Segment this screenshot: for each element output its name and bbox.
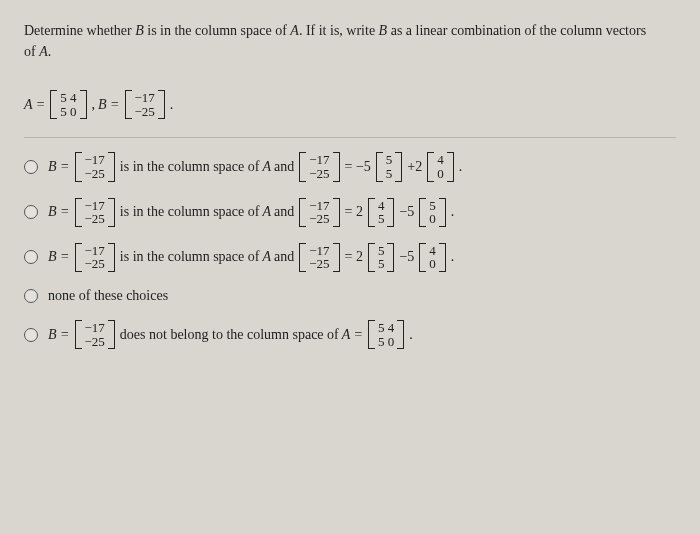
label-A: A = — [24, 97, 45, 113]
period: . — [170, 97, 174, 113]
matrix: −17−25 — [299, 243, 339, 272]
radio-icon — [24, 250, 38, 264]
prompt-text: Determine whether — [24, 23, 135, 38]
var-B: B — [379, 23, 388, 38]
matrix-B: −17 −25 — [125, 90, 165, 119]
radio-icon — [24, 160, 38, 174]
choice-3[interactable]: B = −17−25 is in the column space of A a… — [24, 235, 676, 280]
matrix: 45 — [368, 198, 395, 227]
choice-body: none of these choices — [48, 288, 168, 304]
choice-body: B = −17−25 is in the column space of A a… — [48, 198, 454, 227]
matrix: −17−25 — [299, 198, 339, 227]
var-B: B — [135, 23, 144, 38]
matrix: −17−25 — [75, 152, 115, 181]
matrix: 55 — [368, 243, 395, 272]
label-B: B = — [98, 97, 120, 113]
matrix: 40 — [419, 243, 446, 272]
matrix: 55 — [376, 152, 403, 181]
prompt-text: as a linear combination of the column ve… — [387, 23, 646, 38]
choice-1[interactable]: B = −17−25 is in the column space of A a… — [24, 144, 676, 189]
matrix-A: 5 4 5 0 — [50, 90, 86, 119]
choice-5[interactable]: B = −17−25 does not belong to the column… — [24, 312, 676, 357]
matrix: 50 — [419, 198, 446, 227]
choice-body: B = −17−25 is in the column space of A a… — [48, 243, 454, 272]
matrix: −17−25 — [75, 320, 115, 349]
radio-icon — [24, 205, 38, 219]
matrix: −17−25 — [299, 152, 339, 181]
matrix: −17−25 — [75, 243, 115, 272]
prompt-text: . If it is, write — [299, 23, 379, 38]
prompt-text: of — [24, 44, 39, 59]
choice-2[interactable]: B = −17−25 is in the column space of A a… — [24, 190, 676, 235]
var-A: A — [39, 44, 48, 59]
matrix: −17−25 — [75, 198, 115, 227]
choice-body: B = −17−25 does not belong to the column… — [48, 320, 413, 349]
radio-icon — [24, 289, 38, 303]
choice-4[interactable]: none of these choices — [24, 280, 676, 312]
matrix: 40 — [427, 152, 454, 181]
matrix: 5 45 0 — [368, 320, 404, 349]
var-A: A — [290, 23, 299, 38]
choices-group: B = −17−25 is in the column space of A a… — [24, 137, 676, 357]
comma: , — [92, 97, 96, 113]
choice-body: B = −17−25 is in the column space of A a… — [48, 152, 462, 181]
question-prompt: Determine whether B is in the column spa… — [24, 20, 676, 62]
prompt-text: is in the column space of — [144, 23, 291, 38]
given-equations: A = 5 4 5 0 , B = −17 −25 . — [24, 90, 173, 119]
radio-icon — [24, 328, 38, 342]
